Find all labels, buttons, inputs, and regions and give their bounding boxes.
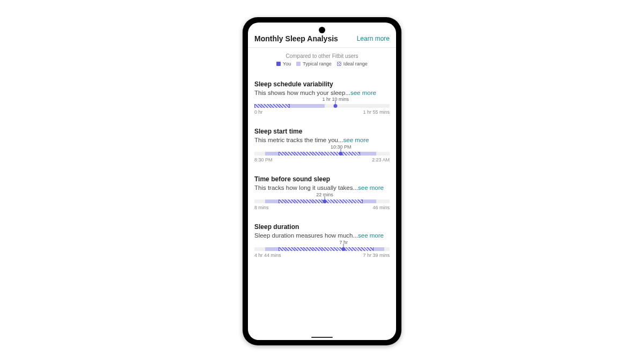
typical-range bbox=[290, 104, 325, 108]
metric-title: Time before sound sleep bbox=[254, 175, 390, 183]
ideal-range bbox=[279, 247, 373, 251]
ideal-range bbox=[279, 200, 362, 203]
legend-you-label: You bbox=[283, 61, 291, 67]
screen: Monthly Sleep Analysis Learn more Compar… bbox=[248, 23, 396, 340]
legend-typical: Typical range bbox=[296, 61, 332, 67]
metric-chart: 22 mins 8 mins 46 mins bbox=[254, 200, 390, 210]
legend-ideal-label: Ideal range bbox=[343, 61, 368, 67]
metric-chart: 10:30 PM 8:30 PM 2:23 AM bbox=[254, 152, 390, 162]
metric-desc: This tracks how long it usually takes...… bbox=[254, 184, 390, 192]
bar-labels: 8 mins 46 mins bbox=[254, 205, 390, 210]
max-label: 1 hr 55 mins bbox=[363, 109, 390, 115]
metric-chart: 7 hr 4 hr 44 mins 7 hr 39 mins bbox=[254, 247, 390, 258]
metric-title: Sleep duration bbox=[254, 223, 390, 231]
bar-labels: 8:30 PM 2:23 AM bbox=[254, 157, 390, 162]
metric-title: Sleep start time bbox=[254, 128, 390, 135]
range-bar bbox=[254, 200, 390, 203]
typical-swatch-icon bbox=[296, 62, 301, 66]
metric-sleep-schedule-variability: Sleep schedule variability This shows ho… bbox=[254, 71, 390, 119]
metric-desc-text: This shows how much your sleep... bbox=[254, 90, 350, 96]
ideal-swatch-icon bbox=[337, 62, 341, 66]
phone-frame: Monthly Sleep Analysis Learn more Compar… bbox=[243, 17, 401, 345]
you-marker-icon bbox=[342, 247, 346, 251]
see-more-link[interactable]: see more bbox=[358, 232, 384, 239]
range-bar bbox=[254, 152, 390, 156]
range-bar bbox=[254, 104, 390, 108]
max-label: 2:23 AM bbox=[372, 157, 390, 162]
legend: You Typical range Ideal range bbox=[248, 61, 396, 71]
metric-desc: Sleep duration measures how much...see m… bbox=[254, 232, 390, 240]
metric-desc-text: Sleep duration measures how much... bbox=[254, 232, 358, 239]
header: Monthly Sleep Analysis Learn more bbox=[248, 23, 396, 48]
max-label: 46 mins bbox=[372, 205, 390, 210]
you-marker-icon bbox=[323, 200, 327, 203]
bar-labels: 4 hr 44 mins 7 hr 39 mins bbox=[254, 253, 390, 258]
min-label: 4 hr 44 mins bbox=[254, 253, 281, 258]
legend-ideal: Ideal range bbox=[337, 61, 368, 67]
see-more-link[interactable]: see more bbox=[343, 137, 369, 143]
metric-desc: This metric tracks the time you...see mo… bbox=[254, 136, 390, 144]
range-bar bbox=[254, 247, 390, 251]
you-swatch-icon bbox=[276, 62, 281, 66]
legend-you: You bbox=[276, 61, 291, 67]
comparison-subheader: Compared to other Fitbit users bbox=[248, 48, 396, 61]
home-indicator-icon bbox=[311, 337, 333, 338]
metric-sleep-start-time: Sleep start time This metric tracks the … bbox=[254, 118, 390, 166]
metric-time-before-sound-sleep: Time before sound sleep This tracks how … bbox=[254, 166, 390, 213]
metric-desc: This shows how much your sleep...see mor… bbox=[254, 89, 390, 97]
min-label: 8 mins bbox=[254, 205, 269, 210]
ideal-range bbox=[279, 152, 360, 156]
content-area: Sleep schedule variability This shows ho… bbox=[248, 71, 396, 262]
you-marker-icon bbox=[334, 104, 338, 108]
metric-desc-text: This metric tracks the time you... bbox=[254, 137, 343, 143]
max-label: 7 hr 39 mins bbox=[363, 253, 390, 258]
see-more-link[interactable]: see more bbox=[350, 90, 376, 96]
page-title: Monthly Sleep Analysis bbox=[254, 34, 338, 43]
metric-desc-text: This tracks how long it usually takes... bbox=[254, 184, 358, 191]
metric-sleep-duration: Sleep duration Sleep duration measures h… bbox=[254, 213, 390, 261]
metric-chart: 1 hr 10 mins 0 hr 1 hr 55 mins bbox=[254, 104, 390, 115]
legend-typical-label: Typical range bbox=[303, 61, 332, 67]
see-more-link[interactable]: see more bbox=[358, 184, 384, 191]
ideal-range bbox=[254, 104, 290, 108]
metric-title: Sleep schedule variability bbox=[254, 80, 390, 88]
min-label: 0 hr bbox=[254, 109, 263, 115]
min-label: 8:30 PM bbox=[254, 157, 273, 162]
you-marker-icon bbox=[339, 152, 343, 156]
learn-more-link[interactable]: Learn more bbox=[357, 35, 390, 42]
bar-labels: 0 hr 1 hr 55 mins bbox=[254, 109, 390, 115]
